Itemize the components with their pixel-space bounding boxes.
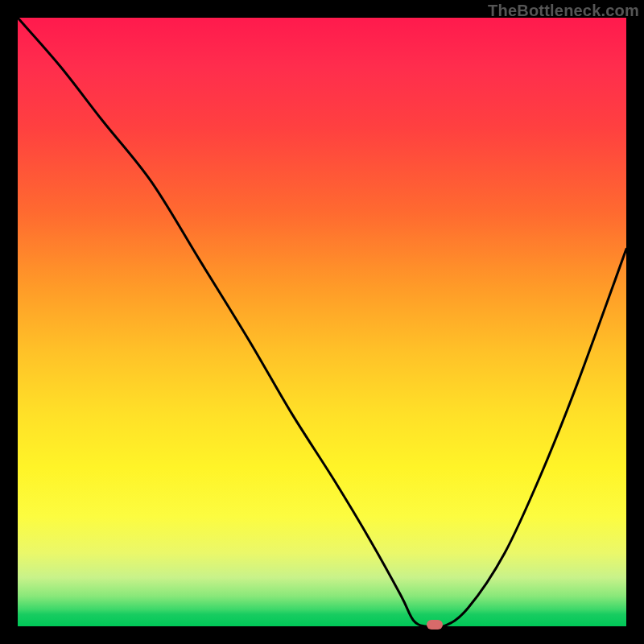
bottleneck-curve xyxy=(18,18,626,626)
plot-area xyxy=(18,18,626,626)
optimal-marker xyxy=(427,620,443,630)
chart-frame: TheBottleneck.com xyxy=(0,0,644,644)
watermark-text: TheBottleneck.com xyxy=(488,2,639,20)
